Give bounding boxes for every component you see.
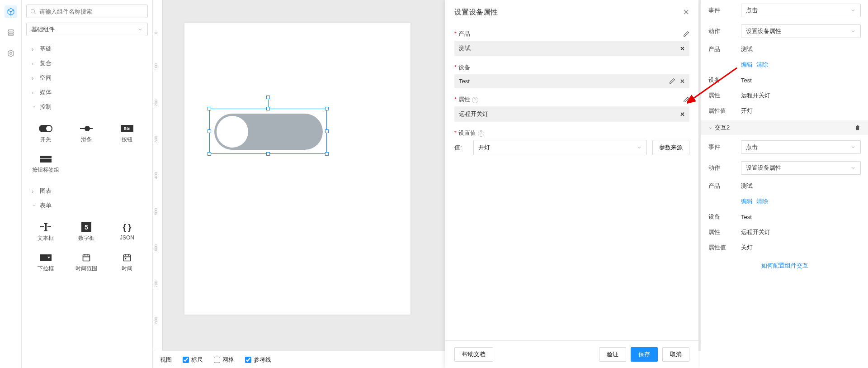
interaction-section-header[interactable]: 交互2 — [701, 120, 868, 135]
set-device-attr-modal: 设置设备属性 ✕ 产品 测试✕ 设备 Test ✕ 属性? 远程开关灯✕ 设置值… — [445, 0, 698, 368]
widget-json[interactable]: { } JSON — [107, 217, 147, 248]
clear-link-2[interactable]: 清除 — [756, 198, 768, 205]
vertical-ruler: -100 0 100 200 300 400 500 600 700 800 9… — [153, 0, 163, 351]
attr-value: 远程开关灯 — [459, 110, 488, 118]
event-select[interactable]: 点击 — [741, 4, 861, 17]
tree-composite[interactable]: ›复合 — [22, 56, 152, 71]
widget-slider[interactable]: 滑条 — [66, 119, 107, 149]
svg-rect-6 — [40, 226, 44, 227]
verify-button[interactable]: 验证 — [599, 347, 626, 362]
help-config-link[interactable]: 如何配置组件交互 — [761, 262, 808, 269]
widget-timerange[interactable]: 时间范围 — [66, 248, 107, 278]
footer-view-label: 视图 — [160, 356, 172, 364]
component-search-input[interactable] — [26, 5, 148, 18]
tree-chart[interactable]: ›图表 — [22, 184, 152, 198]
action-select-2[interactable]: 设置设备属性 — [741, 161, 861, 175]
field-label-device: 设备 — [454, 63, 470, 72]
chevron-down-icon — [637, 145, 642, 150]
widget-dropdown[interactable]: 下拉框 — [25, 248, 66, 278]
close-icon[interactable]: ✕ — [683, 7, 689, 17]
edit-link-2[interactable]: 编辑 — [741, 198, 753, 205]
svg-rect-9 — [44, 223, 47, 224]
prop-attrval-value-2: 关灯 — [741, 244, 753, 252]
tree-media[interactable]: ›媒体 — [22, 85, 152, 100]
device-value: Test — [459, 78, 470, 85]
resize-handle[interactable] — [325, 129, 329, 133]
resize-handle[interactable] — [325, 152, 329, 156]
help-icon[interactable]: ? — [478, 130, 484, 137]
edit-device-icon[interactable] — [669, 78, 675, 85]
component-tree: ›基础 ›复合 ›空间 ›媒体 控制 开关 滑条 Btn 按钮 — [22, 40, 152, 368]
delete-icon[interactable] — [854, 124, 861, 131]
cancel-button[interactable]: 取消 — [662, 347, 689, 362]
resize-handle[interactable] — [208, 152, 211, 156]
svg-marker-3 — [8, 50, 14, 57]
clear-attr-icon[interactable]: ✕ — [680, 111, 685, 118]
widget-btn-tabs[interactable]: 按钮标签组 — [25, 149, 66, 179]
field-label-product: 产品 — [454, 30, 470, 38]
action-select[interactable]: 设置设备属性 — [741, 24, 861, 38]
prop-attr-value: 远程开关灯 — [741, 91, 770, 100]
resize-handle[interactable] — [325, 107, 329, 110]
clear-device-icon[interactable]: ✕ — [680, 78, 685, 85]
tree-form[interactable]: 表单 — [22, 198, 152, 213]
event-select-2[interactable]: 点击 — [741, 140, 861, 154]
prop-attrval-value: 开灯 — [741, 107, 753, 115]
svg-rect-8 — [45, 223, 47, 231]
widget-time[interactable]: 时间 — [107, 248, 147, 278]
prop-device-value-2: Test — [741, 214, 752, 220]
toggle-ruler[interactable]: 标尺 — [183, 356, 203, 364]
svg-point-5 — [31, 9, 34, 13]
field-label-attr: 属性 — [454, 96, 470, 103]
search-icon — [30, 8, 36, 14]
selected-widget[interactable] — [209, 109, 327, 154]
svg-rect-12 — [124, 255, 131, 261]
edit-attr-icon[interactable] — [683, 96, 689, 103]
widget-button[interactable]: Btn 按钮 — [107, 119, 147, 149]
widget-numberbox[interactable]: 5 数字框 — [66, 217, 107, 248]
value-select[interactable]: 开灯 — [473, 140, 647, 155]
component-panel: 基础组件 ›基础 ›复合 ›空间 ›媒体 控制 开关 滑条 Btn 按钮 — [22, 0, 153, 368]
tree-space[interactable]: ›空间 — [22, 71, 152, 85]
widget-switch[interactable]: 开关 — [25, 119, 66, 149]
resize-handle[interactable] — [208, 107, 211, 110]
edit-product-icon[interactable] — [683, 31, 689, 37]
resize-handle[interactable] — [208, 129, 211, 133]
svg-rect-2 — [8, 34, 13, 35]
tree-control[interactable]: 控制 — [22, 100, 152, 114]
rail-layers-icon[interactable] — [5, 26, 17, 39]
chevron-down-icon — [137, 27, 143, 32]
clear-product-icon[interactable]: ✕ — [680, 45, 685, 52]
clear-link[interactable]: 清除 — [756, 61, 768, 68]
param-source-button[interactable]: 参数来源 — [652, 140, 689, 155]
resize-handle[interactable] — [266, 152, 270, 156]
component-group-select[interactable]: 基础组件 — [26, 23, 148, 36]
tree-basic[interactable]: ›基础 — [22, 42, 152, 56]
rail-settings-icon[interactable] — [5, 47, 17, 60]
edit-link[interactable]: 编辑 — [741, 61, 753, 68]
component-group-label: 基础组件 — [31, 25, 55, 33]
prop-product-value: 测试 — [741, 45, 753, 53]
left-rail — [0, 0, 22, 368]
prop-attr-value-2: 远程开关灯 — [741, 228, 770, 236]
rail-components-icon[interactable] — [5, 5, 17, 18]
field-label-setvalue: 设置值 — [454, 129, 476, 136]
canvas-page[interactable] — [184, 23, 410, 315]
svg-rect-11 — [83, 255, 90, 261]
help-icon[interactable]: ? — [472, 97, 478, 103]
save-button[interactable]: 保存 — [631, 347, 658, 362]
chevron-down-icon — [708, 126, 713, 130]
switch-component[interactable] — [214, 114, 323, 150]
prop-product-value-2: 测试 — [741, 182, 753, 190]
value-row-label: 值: — [454, 143, 468, 152]
widget-textbox[interactable]: 文本框 — [25, 217, 66, 248]
toggle-guide[interactable]: 参考线 — [245, 356, 271, 364]
properties-panel: 事件点击 动作设置设备属性 产品测试 编辑清除 设备Test 属性远程开关灯 属… — [701, 0, 868, 368]
prop-device-value: Test — [741, 77, 752, 84]
toggle-grid[interactable]: 网格 — [214, 356, 234, 364]
svg-point-4 — [9, 53, 12, 55]
resize-handle[interactable] — [266, 107, 270, 110]
help-doc-button[interactable]: 帮助文档 — [454, 347, 493, 362]
modal-title: 设置设备属性 — [454, 8, 498, 17]
rotate-handle[interactable] — [266, 96, 270, 99]
